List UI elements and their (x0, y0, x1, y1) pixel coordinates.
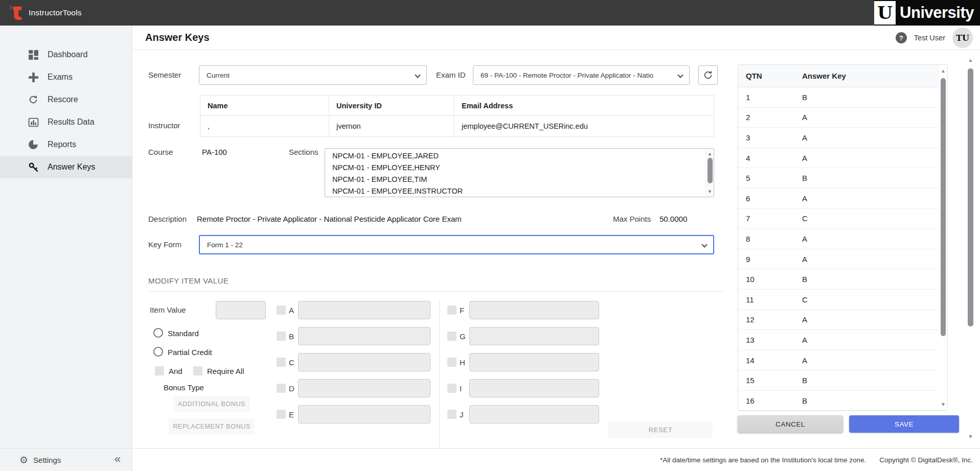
save-button[interactable]: SAVE (849, 415, 959, 433)
instructor-table-header-row: NameUniversity IDEmail Address (200, 96, 714, 116)
semester-select[interactable]: Current (199, 65, 427, 85)
sections-scrollbar[interactable]: ▲ ▼ (705, 149, 714, 197)
answer-key-row[interactable]: 2A (738, 108, 947, 128)
option-input-J[interactable] (469, 405, 599, 423)
scroll-down-arrow-icon[interactable]: ▼ (706, 189, 714, 195)
sidebar-item-results-data[interactable]: Results Data (0, 111, 132, 133)
answer-key-cell: C (802, 214, 808, 223)
avatar[interactable]: TU (952, 28, 973, 48)
option-checkbox-J[interactable] (447, 410, 457, 419)
option-checkbox-I[interactable] (447, 384, 457, 393)
exam-id-select[interactable]: 69 - PA-100 - Remote Proctor - Private A… (473, 65, 690, 85)
option-checkbox-F[interactable] (447, 305, 457, 315)
option-checkbox-B[interactable] (277, 332, 286, 341)
option-input-F[interactable] (469, 301, 599, 319)
instructor-cell: , (200, 116, 329, 137)
option-input-G[interactable] (469, 327, 599, 345)
answer-key-table-header: QTN Answer Key (738, 65, 947, 87)
answer-key-row[interactable]: 10B (738, 269, 947, 290)
option-checkbox-G[interactable] (447, 332, 457, 341)
scroll-down-arrow-icon[interactable]: ▼ (966, 434, 975, 439)
key-icon (28, 161, 39, 173)
answer-key-column-header: Answer Key (802, 72, 846, 80)
sidebar-item-dashboard[interactable]: Dashboard (0, 43, 132, 66)
qtn-cell: 3 (738, 133, 802, 142)
option-input-A[interactable] (298, 301, 430, 319)
section-divider (148, 291, 724, 292)
answer-key-row[interactable]: 15B (738, 370, 947, 391)
replacement-bonus-button[interactable]: REPLACEMENT BONUS (169, 418, 255, 434)
scroll-up-arrow-icon[interactable]: ▲ (939, 68, 947, 74)
answer-key-row[interactable]: 1B (738, 87, 947, 108)
instructor-label: Instructor (148, 121, 180, 130)
answer-key-row[interactable]: 7C (738, 209, 947, 229)
answer-key-scrollbar-thumb[interactable] (941, 78, 946, 336)
key-form-select[interactable]: Form 1 - 22 (199, 235, 714, 254)
section-option[interactable]: NPCM-01 - EMPLOYEE,INSTRUCTOR (325, 185, 714, 197)
answer-key-row[interactable]: 16B (738, 391, 947, 411)
sidebar-item-label: Results Data (48, 117, 95, 127)
option-input-D[interactable] (298, 379, 430, 397)
qtn-cell: 14 (738, 356, 802, 365)
answer-key-row[interactable]: 5B (738, 168, 947, 189)
answer-key-row[interactable]: 6A (738, 189, 947, 209)
option-input-I[interactable] (469, 379, 599, 397)
qtn-cell: 15 (738, 376, 802, 385)
sections-listbox[interactable]: NPCM-01 - EMPLOYEE,JAREDNPCM-01 - EMPLOY… (325, 148, 714, 197)
section-option[interactable]: NPCM-01 - EMPLOYEE,TIM (325, 174, 714, 185)
item-value-input[interactable] (216, 301, 266, 319)
option-checkbox-C[interactable] (277, 358, 286, 367)
answer-key-cell: B (802, 174, 807, 182)
answer-key-table-scrollbar[interactable]: ▲ ▼ (939, 65, 947, 410)
answer-key-cell: A (802, 315, 807, 324)
answer-key-row[interactable]: 12A (738, 310, 947, 331)
sidebar: DashboardExamsRescoreResults DataReports… (0, 26, 132, 448)
section-option[interactable]: NPCM-01 - EMPLOYEE,HENRY (325, 162, 714, 174)
answer-key-row[interactable]: 9A (738, 249, 947, 270)
section-option[interactable]: NPCM-01 - EMPLOYEE,JARED (325, 150, 714, 162)
answer-key-cell: A (802, 113, 807, 122)
additional-bonus-button[interactable]: ADDITIONAL BONUS (173, 396, 250, 412)
option-input-E[interactable] (298, 405, 430, 423)
sidebar-item-rescore[interactable]: Rescore (0, 88, 132, 111)
option-input-H[interactable] (469, 353, 599, 371)
answer-key-row[interactable]: 8A (738, 229, 947, 249)
option-checkbox-D[interactable] (277, 384, 286, 393)
answer-key-row[interactable]: 14A (738, 350, 947, 371)
option-input-C[interactable] (298, 353, 430, 371)
answer-key-cell: A (802, 336, 807, 344)
answer-key-row[interactable]: 13A (738, 330, 947, 350)
sidebar-item-exams[interactable]: Exams (0, 66, 132, 88)
answer-key-row[interactable]: 11C (738, 290, 947, 310)
page-scrollbar-thumb[interactable] (968, 68, 973, 326)
sidebar-item-answer-keys[interactable]: Answer Keys (0, 156, 132, 178)
option-letter-H: H (460, 358, 465, 367)
sidebar-item-reports[interactable]: Reports (0, 133, 132, 156)
option-input-B[interactable] (298, 327, 430, 345)
collapse-sidebar-icon[interactable]: « (115, 453, 121, 466)
semester-label: Semester (148, 70, 181, 79)
require-all-checkbox[interactable] (193, 366, 202, 375)
key-form-select-value: Form 1 - 22 (207, 241, 243, 249)
sections-scrollbar-thumb[interactable] (708, 158, 713, 183)
standard-radio[interactable] (153, 328, 163, 338)
partial-credit-radio[interactable] (153, 347, 163, 357)
scroll-up-arrow-icon[interactable]: ▲ (706, 151, 714, 157)
refresh-exam-button[interactable] (698, 65, 718, 85)
answer-key-row[interactable]: 4A (738, 148, 947, 169)
option-checkbox-E[interactable] (277, 410, 286, 419)
option-checkbox-H[interactable] (447, 358, 457, 367)
instructor-column-header: Email Address (454, 96, 714, 116)
sidebar-item-settings[interactable]: Settings (33, 456, 61, 464)
and-checkbox[interactable] (155, 366, 164, 375)
cancel-button[interactable]: CANCEL (738, 415, 843, 433)
scroll-up-arrow-icon[interactable]: ▲ (966, 57, 975, 63)
help-icon[interactable]: ? (896, 32, 907, 43)
answer-key-row[interactable]: 3A (738, 128, 947, 148)
scroll-down-arrow-icon[interactable]: ▼ (939, 402, 947, 407)
gear-icon[interactable]: ⚙ (19, 455, 28, 465)
option-checkbox-A[interactable] (277, 305, 286, 315)
option-letter-F: F (460, 306, 464, 315)
reset-button[interactable]: RESET (608, 421, 713, 438)
page-scrollbar[interactable]: ▲ ▼ (966, 56, 975, 440)
